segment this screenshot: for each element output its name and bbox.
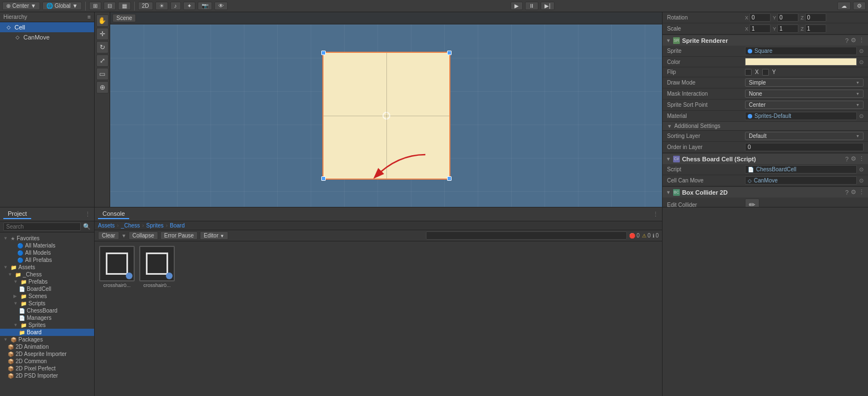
tree-item-favorites[interactable]: ▼ ★ Favorites [0,235,94,242]
sprite-object-ref[interactable]: Square [745,47,857,55]
pause-button[interactable]: ⏸ [525,2,538,10]
tree-item-chessboard[interactable]: 📄 ChessBoard [0,307,94,314]
cbc-help-icon[interactable]: ? [845,156,849,162]
scale-y-input[interactable] [777,24,798,33]
edit-collider-button[interactable]: ✏ [745,199,759,207]
tree-item-chess[interactable]: ▼ 📁 _Chess [0,271,94,278]
rotate-tool[interactable]: ↻ [96,41,109,53]
scale-x-input[interactable] [749,24,771,33]
can-move-pick-icon[interactable]: ⊙ [859,177,864,184]
console-search-input[interactable] [426,231,627,240]
step-button[interactable]: ▶| [541,2,555,10]
rotation-z-input[interactable] [805,13,826,22]
sr-settings-icon[interactable]: ⚙ [851,37,856,44]
fx-toggle[interactable]: ✦ [183,2,195,10]
center-pivot-handle[interactable] [382,112,390,120]
project-tree[interactable]: ▼ ★ Favorites 🔵 All Materials 🔵 All Mode… [0,232,94,396]
snap-toggle[interactable]: ⊟ [104,2,116,10]
tree-item-2d-pixel[interactable]: 📦 2D Pixel Perfect [0,365,94,372]
flip-y-checkbox[interactable] [762,69,769,76]
project-tab[interactable]: Project [3,209,31,219]
editor-button[interactable]: Editor ▼ [200,231,228,240]
breadcrumb-board[interactable]: Board [170,222,185,229]
order-in-layer-input[interactable] [745,143,864,151]
play-button[interactable]: ▶ [511,2,523,10]
tree-item-2d-aseprite[interactable]: 📦 2D Aseprite Importer [0,350,94,358]
corner-handle-tr[interactable] [447,51,452,55]
hierarchy-item-cell[interactable]: ◇ Cell [0,22,94,32]
hand-tool[interactable]: ✋ [96,14,109,27]
corner-handle-tl[interactable] [321,51,326,55]
mask-interaction-dropdown[interactable]: None [745,90,864,98]
tree-item-packages[interactable]: ▼ 📦 Packages [0,336,94,343]
project-menu-icon[interactable]: ⋮ [85,211,91,218]
2d-toggle[interactable]: 2D [138,2,153,10]
corner-handle-bl[interactable] [321,176,326,181]
tree-item-sprites[interactable]: ▼ 📁 Sprites [0,321,94,329]
rotation-x-input[interactable] [749,13,771,22]
scene-cam-toggle[interactable]: 📷 [198,2,212,10]
breadcrumb-chess[interactable]: _Chess [121,222,140,229]
scene-tab[interactable]: Scene [112,14,136,22]
project-search-input[interactable] [3,222,81,231]
hierarchy-item-canmove[interactable]: ◇ CanMove [0,32,94,42]
tree-item-all-models[interactable]: 🔵 All Models [0,249,94,256]
lighting-toggle[interactable]: ☀ [155,2,168,10]
additional-settings-header[interactable]: ▼ Additional Settings [663,122,868,131]
rect-tool[interactable]: ▭ [96,68,109,80]
scale-tool[interactable]: ⤢ [96,55,109,67]
scale-z-input[interactable] [805,24,826,33]
tree-item-assets[interactable]: ▼ 📁 Assets [0,264,94,271]
color-pick-icon[interactable]: ⊙ [859,59,864,65]
cbc-header[interactable]: ▼ C# Chess Board Cell (Script) ? ⚙ ⋮ [663,154,868,164]
move-tool[interactable]: ✛ [96,28,109,40]
flip-x-checkbox[interactable] [745,69,752,76]
tree-item-scenes[interactable]: ▶ 📁 Scenes [0,293,94,300]
bc2d-menu-icon[interactable]: ⋮ [859,189,865,196]
tree-item-all-materials[interactable]: 🔵 All Materials [0,242,94,249]
console-tab[interactable]: Console [98,209,129,219]
scene-canvas[interactable] [110,24,662,207]
tree-item-2d-common[interactable]: 📦 2D Common [0,358,94,365]
breadcrumb-sprites[interactable]: Sprites [146,222,164,229]
draw-mode-dropdown[interactable]: Simple [745,78,864,87]
collapse-button[interactable]: Collapse [129,231,158,240]
tree-item-2d-psd[interactable]: 📦 2D PSD Importer [0,372,94,379]
bc2d-header[interactable]: ▼ BC Box Collider 2D ? ⚙ ⋮ [663,187,868,197]
asset-item-crosshair2[interactable]: crosshair0... [139,246,175,392]
script-object-ref[interactable]: 📄 ChessBoardCell [745,165,857,174]
tree-item-board[interactable]: 📁 Board [0,329,94,336]
asset-item-crosshair1[interactable]: crosshair0... [99,246,135,392]
audio-toggle[interactable]: ♪ [170,2,181,10]
tree-item-managers[interactable]: 📄 Managers [0,314,94,321]
hierarchy-menu-icon[interactable]: ≡ [87,14,91,20]
clear-button[interactable]: Clear [98,231,119,240]
cloud-button[interactable]: ☁ [837,2,851,10]
global-button[interactable]: 🌐 Global ▼ [42,2,82,10]
cbc-menu-icon[interactable]: ⋮ [859,155,865,162]
material-object-ref[interactable]: Sprites-Default [745,112,857,120]
settings-button[interactable]: ⚙ [853,2,866,10]
grid-toggle[interactable]: ⊞ [89,2,101,10]
bc2d-help-icon[interactable]: ? [845,189,849,196]
corner-handle-br[interactable] [447,176,452,181]
transform-tool[interactable]: ⊕ [96,81,109,93]
sr-help-icon[interactable]: ? [845,37,849,44]
layer-toggle[interactable]: ▦ [118,2,131,10]
material-pick-icon[interactable]: ⊙ [859,113,864,119]
breadcrumb-assets[interactable]: Assets [98,222,115,229]
sprite-renderer-header[interactable]: ▼ SR Sprite Renderer ? ⚙ ⋮ [663,35,868,46]
tree-item-prefabs[interactable]: ▼ 📁 Prefabs [0,278,94,285]
gizmos-toggle[interactable]: 👁 [214,2,228,10]
rotation-y-input[interactable] [777,13,798,22]
sorting-layer-dropdown[interactable]: Default [745,132,864,140]
clear-dropdown-icon[interactable]: ▼ [121,233,126,239]
tree-item-boardcell[interactable]: 📄 BoardCell [0,285,94,293]
tree-item-all-prefabs[interactable]: 🔵 All Prefabs [0,256,94,264]
tree-item-2d-animation[interactable]: 📦 2D Animation [0,343,94,350]
console-menu-icon[interactable]: ⋮ [653,211,659,218]
script-pick-icon[interactable]: ⊙ [859,166,864,172]
sprite-pick-icon[interactable]: ⊙ [859,48,864,54]
center-button[interactable]: ⊕ Center ▼ [2,2,40,10]
cell-can-move-ref[interactable]: ◇ CanMove [745,176,857,185]
